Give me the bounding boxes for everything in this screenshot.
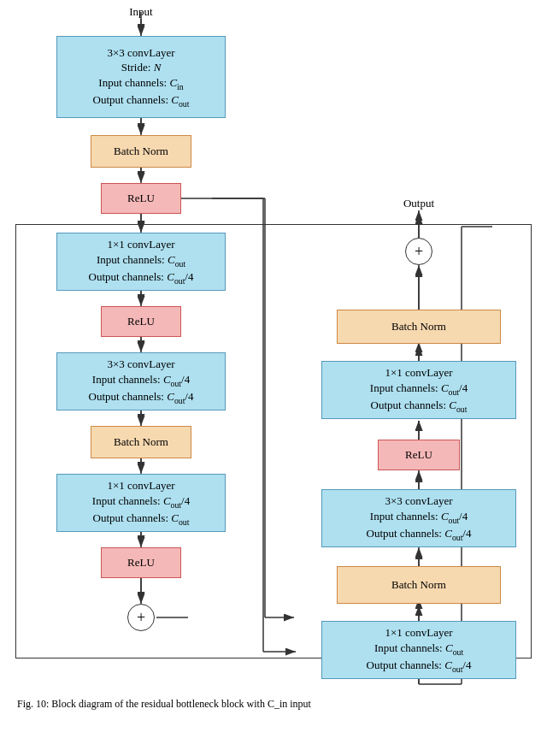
batch-norm-3-box: Batch Norm (337, 566, 501, 604)
conv1x1-left1-line3: Output channels: Cout/4 (89, 269, 194, 286)
conv1x1-right2-line3: Output channels: Cout (371, 398, 468, 415)
batch-norm-1-label: Batch Norm (114, 144, 168, 159)
conv1x1-right1-line3: Output channels: Cout/4 (367, 658, 472, 675)
conv1x1-left1-line2: Input channels: Cout (97, 252, 185, 269)
plus-bottom-symbol: + (137, 609, 145, 627)
batch-norm-2-label: Batch Norm (114, 434, 168, 450)
relu-1-box: ReLU (101, 183, 181, 214)
conv1x1-left2-line1: 1×1 convLayer (107, 478, 174, 493)
conv1x1-left2-box: 1×1 convLayer Input channels: Cout/4 Out… (56, 474, 226, 532)
relu-2-box: ReLU (101, 306, 181, 337)
conv3x3-top-line3: Input channels: Cin (98, 75, 183, 92)
conv3x3-left-line3: Output channels: Cout/4 (89, 389, 194, 406)
conv3x3-right-line2: Input channels: Cout/4 (370, 509, 468, 526)
batch-norm-1-box: Batch Norm (91, 135, 191, 168)
conv1x1-right1-line1: 1×1 convLayer (385, 625, 452, 641)
conv3x3-left-box: 3×3 convLayer Input channels: Cout/4 Out… (56, 352, 226, 410)
batch-norm-3-label: Batch Norm (391, 577, 446, 593)
conv1x1-left1-line1: 1×1 convLayer (107, 237, 174, 252)
relu-2-label: ReLU (127, 314, 155, 329)
conv1x1-right2-line1: 1×1 convLayer (385, 365, 452, 381)
output-label: Output (388, 197, 450, 210)
batch-norm-4-label: Batch Norm (391, 319, 446, 334)
conv1x1-left2-line3: Output channels: Cout (93, 511, 190, 528)
plus-bottom-circle: + (127, 604, 155, 631)
batch-norm-4-box: Batch Norm (337, 310, 501, 344)
conv1x1-right1-box: 1×1 convLayer Input channels: Cout Outpu… (321, 621, 516, 679)
conv3x3-left-line1: 3×3 convLayer (107, 357, 174, 372)
conv1x1-left1-box: 1×1 convLayer Input channels: Cout Outpu… (56, 233, 226, 291)
relu-3-label: ReLU (127, 555, 155, 570)
conv1x1-left2-line2: Input channels: Cout/4 (92, 493, 190, 511)
input-label: Input (111, 5, 171, 19)
figure-caption: Fig. 10: Block diagram of the residual b… (0, 694, 547, 715)
conv1x1-right2-box: 1×1 convLayer Input channels: Cout/4 Out… (321, 361, 516, 419)
conv3x3-right-line3: Output channels: Cout/4 (367, 526, 472, 543)
conv3x3-right-box: 3×3 convLayer Input channels: Cout/4 Out… (321, 489, 516, 547)
relu-4-box: ReLU (378, 440, 460, 470)
conv3x3-right-line1: 3×3 convLayer (385, 493, 452, 509)
conv3x3-top-line2: Stride: N (121, 60, 162, 75)
relu-3-box: ReLU (101, 547, 181, 578)
conv1x1-right1-line2: Input channels: Cout (374, 641, 463, 658)
conv3x3-left-line2: Input channels: Cout/4 (92, 372, 190, 389)
batch-norm-2-box: Batch Norm (91, 426, 191, 458)
relu-1-label: ReLU (127, 191, 155, 206)
caption-text: Fig. 10: Block diagram of the residual b… (17, 698, 311, 710)
relu-4-label: ReLU (405, 447, 432, 463)
conv3x3-top-box: 3×3 convLayer Stride: N Input channels: … (56, 36, 226, 118)
conv3x3-top-line1: 3×3 convLayer (107, 45, 174, 61)
conv3x3-top-line4: Output channels: Cout (93, 92, 190, 109)
conv1x1-right2-line2: Input channels: Cout/4 (370, 381, 468, 398)
plus-top-circle: + (405, 238, 432, 265)
plus-top-symbol: + (415, 243, 423, 261)
